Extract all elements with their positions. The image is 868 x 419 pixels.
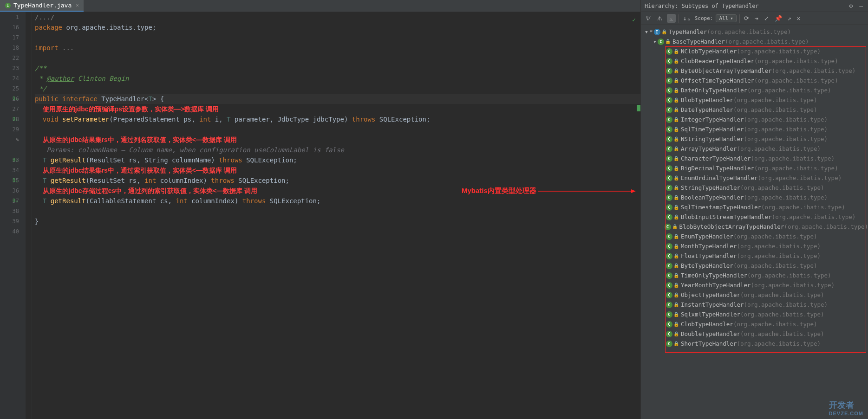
code-line[interactable]: /**	[35, 63, 640, 73]
code-line[interactable]	[35, 124, 640, 135]
tree-row[interactable]: C🔒ClobReaderTypeHandler (org.apache.ibat…	[641, 56, 868, 66]
tree-row[interactable]: C🔒DateTypeHandler (org.apache.ibatis.typ…	[641, 105, 868, 115]
tree-row[interactable]: C🔒NClobTypeHandler (org.apache.ibatis.ty…	[641, 46, 868, 56]
tree-row[interactable]: C🔒StringTypeHandler (org.apache.ibatis.t…	[641, 183, 868, 193]
gutter-line[interactable]: 17	[0, 32, 19, 43]
tree-toggle-icon[interactable]: ▼	[644, 30, 649, 34]
pin-icon[interactable]: 📌	[773, 14, 783, 23]
code-line[interactable]: 从原生的jdbc结果集rs中，通过索引获取值，实体类<—数据库 调用	[35, 165, 640, 175]
hierarchy-tree[interactable]: ▼*I🔒TypeHandler (org.apache.ibatis.type)…	[641, 25, 868, 419]
autoscroll-icon[interactable]: ⇥	[753, 14, 760, 23]
tree-row[interactable]: C🔒EnumTypeHandler (org.apache.ibatis.typ…	[641, 232, 868, 241]
tree-row[interactable]: C🔒NStringTypeHandler (org.apache.ibatis.…	[641, 134, 868, 144]
gutter-line[interactable]: 29	[0, 124, 19, 135]
override-marker-icon[interactable]: O↓	[13, 155, 18, 165]
tree-row[interactable]: C🔒OffsetTimeTypeHandler (org.apache.ibat…	[641, 76, 868, 85]
fold-column[interactable]	[26, 12, 32, 419]
code-line[interactable]: }	[35, 216, 640, 226]
subtypes-icon[interactable]: ⩡	[667, 14, 676, 23]
tree-row[interactable]: C🔒DateOnlyTypeHandler (org.apache.ibatis…	[641, 85, 868, 95]
gutter-line[interactable]: 36	[0, 186, 19, 196]
tree-row[interactable]: C🔒SqlTimeTypeHandler (org.apache.ibatis.…	[641, 124, 868, 134]
override-marker-icon[interactable]: O↓	[13, 196, 18, 206]
tree-row[interactable]: C🔒TimeOnlyTypeHandler (org.apache.ibatis…	[641, 271, 868, 280]
gutter-line[interactable]: 35O↓	[0, 175, 19, 186]
tree-row[interactable]: C🔒BlobByteObjectArrayTypeHandler (org.ap…	[641, 222, 868, 232]
tree-row[interactable]: C🔒DoubleTypeHandler (org.apache.ibatis.t…	[641, 329, 868, 339]
scope-dropdown[interactable]: All ▾	[716, 14, 737, 22]
code-line[interactable]: import ...	[35, 43, 640, 53]
tree-row[interactable]: C🔒SqlxmlTypeHandler (org.apache.ibatis.t…	[641, 309, 868, 319]
code-line[interactable]: public interface TypeHandler<T> {	[35, 94, 640, 104]
editor-body[interactable]: 11617182223242526O↓2728O↓29✎33O↓3435O↓36…	[0, 12, 640, 419]
tree-row[interactable]: C🔒YearMonthTypeHandler (org.apache.ibati…	[641, 280, 868, 290]
code-line[interactable]	[35, 206, 640, 216]
code-line[interactable]: 使用原生的jdbc的预编译ps设置参数，实体类—>数据库 调用	[35, 104, 640, 114]
tree-row[interactable]: C🔒ArrayTypeHandler (org.apache.ibatis.ty…	[641, 144, 868, 154]
tree-row[interactable]: ▼*I🔒TypeHandler (org.apache.ibatis.type)	[641, 27, 868, 37]
tree-row[interactable]: C🔒BlobInputStreamTypeHandler (org.apache…	[641, 212, 868, 222]
tree-row[interactable]: C🔒FloatTypeHandler (org.apache.ibatis.ty…	[641, 251, 868, 261]
gutter-line[interactable]: ✎	[0, 135, 19, 145]
gutter-line[interactable]: 39	[0, 216, 19, 226]
gutter-line[interactable]: 25	[0, 84, 19, 94]
gutter-line[interactable]: 26O↓	[0, 94, 19, 104]
tree-row[interactable]: C🔒ShortTypeHandler (org.apache.ibatis.ty…	[641, 339, 868, 348]
code-line[interactable]: 从原生的jdbc结果集rs中，通过列名获取值，实体类<—数据库 调用	[35, 135, 640, 145]
code-line[interactable]	[35, 53, 640, 63]
code-line[interactable]: T getResult(ResultSet rs, int columnInde…	[35, 175, 640, 186]
tree-row[interactable]: C🔒SqlTimestampTypeHandler (org.apache.ib…	[641, 202, 868, 212]
tree-row[interactable]: C🔒ByteTypeHandler (org.apache.ibatis.typ…	[641, 261, 868, 271]
tree-row[interactable]: C🔒BooleanTypeHandler (org.apache.ibatis.…	[641, 193, 868, 202]
tree-toggle-icon[interactable]: ▼	[652, 39, 658, 44]
supertypes-icon[interactable]: ⩚	[655, 14, 664, 23]
gutter-line[interactable]: 22	[0, 53, 19, 63]
tree-row[interactable]: C🔒ByteObjectArrayTypeHandler (org.apache…	[641, 66, 868, 76]
gutter-line[interactable]: 38	[0, 206, 19, 216]
editor-tab[interactable]: I TypeHandler.java ×	[0, 0, 84, 12]
code-line[interactable]: T getResult(CallableStatement cs, int co…	[35, 196, 640, 206]
code-line[interactable]: package org.apache.ibatis.type;	[35, 22, 640, 32]
tree-row[interactable]: C🔒BlobTypeHandler (org.apache.ibatis.typ…	[641, 95, 868, 105]
close-icon[interactable]: ×	[76, 2, 79, 8]
code-line[interactable]	[35, 226, 640, 237]
refresh-icon[interactable]: ⟳	[743, 14, 751, 23]
tree-row[interactable]: C🔒IntegerTypeHandler (org.apache.ibatis.…	[641, 115, 868, 124]
tree-row[interactable]: C🔒ObjectTypeHandler (org.apache.ibatis.t…	[641, 290, 868, 300]
gutter-line[interactable]: 23	[0, 63, 19, 73]
gutter-line[interactable]: 37O↓	[0, 196, 19, 206]
gutter-line[interactable]: 28O↓	[0, 114, 19, 124]
gutter-line[interactable]	[0, 145, 19, 155]
gutter-line[interactable]: 33O↓	[0, 155, 19, 165]
gutter-line[interactable]: 27	[0, 104, 19, 114]
gutter-line[interactable]: 24	[0, 73, 19, 84]
class-hierarchy-icon[interactable]: ⩛	[644, 14, 653, 23]
line-gutter[interactable]: 11617182223242526O↓2728O↓29✎33O↓3435O↓36…	[0, 12, 26, 419]
gutter-line[interactable]: 40	[0, 226, 19, 237]
code-line[interactable]	[35, 32, 640, 43]
export-icon[interactable]: ↗	[786, 14, 793, 23]
code-line[interactable]: Params: columnName – Colunm name, when c…	[35, 145, 640, 155]
code-line[interactable]: * @author Clinton Begin	[35, 73, 640, 84]
override-marker-icon[interactable]: O↓	[13, 94, 18, 104]
code-line[interactable]: */	[35, 84, 640, 94]
gutter-line[interactable]: 34	[0, 165, 19, 175]
close-hierarchy-icon[interactable]: ✕	[796, 14, 802, 23]
tree-row[interactable]: C🔒BigDecimalTypeHandler (org.apache.ibat…	[641, 163, 868, 173]
sort-icon[interactable]: ↓ₐ	[682, 14, 692, 23]
tree-row[interactable]: C🔒MonthTypeHandler (org.apache.ibatis.ty…	[641, 241, 868, 251]
override-marker-icon[interactable]: O↓	[13, 114, 18, 124]
tree-row[interactable]: C🔒InstantTypeHandler (org.apache.ibatis.…	[641, 300, 868, 309]
gutter-line[interactable]: 1	[0, 12, 19, 22]
expand-all-icon[interactable]: ⤢	[763, 14, 770, 23]
gear-icon[interactable]: ⚙	[848, 1, 855, 10]
code-line[interactable]: T getResult(ResultSet rs, String columnN…	[35, 155, 640, 165]
code-line[interactable]: void setParameter(PreparedStatement ps, …	[35, 114, 640, 124]
tree-row[interactable]: C🔒EnumOrdinalTypeHandler (org.apache.iba…	[641, 173, 868, 183]
code-line[interactable]: /.../	[35, 12, 640, 22]
tree-row[interactable]: ▼C🔒BaseTypeHandler (org.apache.ibatis.ty…	[641, 37, 868, 46]
gutter-line[interactable]: 18	[0, 43, 19, 53]
tree-row[interactable]: C🔒ClobTypeHandler (org.apache.ibatis.typ…	[641, 319, 868, 329]
minimize-icon[interactable]: —	[858, 1, 864, 10]
override-marker-icon[interactable]: O↓	[13, 175, 18, 186]
